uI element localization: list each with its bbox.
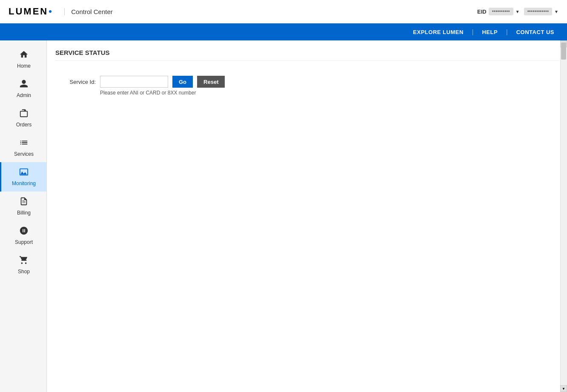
sidebar-item-monitoring[interactable]: Monitoring: [0, 162, 46, 192]
admin-icon: [19, 79, 29, 91]
user-dropdown-icon[interactable]: ▼: [554, 9, 558, 14]
home-icon: [19, 50, 29, 61]
sidebar-item-billing-label: Billing: [17, 210, 31, 216]
monitoring-icon: [19, 167, 29, 179]
scroll-down-arrow[interactable]: ▼: [560, 385, 567, 392]
nav-separator-2: |: [506, 29, 508, 35]
main-layout: Home Admin Orders Se: [0, 40, 567, 392]
reset-button[interactable]: Reset: [197, 76, 225, 88]
sidebar-item-orders-label: Orders: [16, 122, 32, 128]
form-row: Service Id: Go Reset: [64, 76, 550, 88]
app-title: Control Center: [64, 8, 113, 15]
go-button[interactable]: Go: [172, 76, 193, 88]
sidebar-item-billing[interactable]: Billing: [0, 192, 46, 221]
services-icon: [19, 138, 29, 149]
contact-us-link[interactable]: CONTACT US: [516, 29, 554, 35]
sidebar-item-shop[interactable]: Shop: [0, 250, 46, 280]
sidebar-item-services[interactable]: Services: [0, 133, 46, 162]
eid-value: ••••••••••: [489, 8, 513, 15]
sidebar-item-support[interactable]: Support: [0, 221, 46, 250]
explore-lumen-link[interactable]: EXPLORE LUMEN: [413, 29, 463, 35]
billing-icon: [19, 197, 29, 208]
sidebar-item-monitoring-label: Monitoring: [12, 180, 36, 186]
nav-separator-1: |: [472, 29, 474, 35]
sidebar-item-admin[interactable]: Admin: [0, 74, 46, 103]
content-area: SERVICE STATUS Service Id: Go Reset Plea…: [47, 40, 567, 392]
service-status-form: Service Id: Go Reset Please enter ANI or…: [55, 67, 558, 104]
top-header: LUMEN Control Center EID •••••••••• ▼ ••…: [0, 0, 567, 23]
content-inner: SERVICE STATUS Service Id: Go Reset Plea…: [47, 40, 567, 392]
shop-icon: [19, 255, 29, 267]
user-section: •••••••••••• ▼: [524, 8, 558, 15]
logo: LUMEN: [9, 6, 52, 17]
sidebar-item-home[interactable]: Home: [0, 45, 46, 74]
header-right: EID •••••••••• ▼ •••••••••••• ▼: [477, 8, 558, 15]
sidebar-item-services-label: Services: [14, 151, 34, 157]
eid-label: EID: [477, 9, 487, 15]
service-id-input[interactable]: [100, 76, 168, 88]
support-icon: [19, 226, 29, 237]
user-value: ••••••••••••: [524, 8, 552, 15]
eid-section: EID •••••••••• ▼: [477, 8, 520, 15]
scroll-thumb[interactable]: [561, 43, 566, 60]
form-hint: Please enter ANI or CARD or 8XX number: [100, 90, 550, 96]
sidebar: Home Admin Orders Se: [0, 40, 47, 392]
page-title: SERVICE STATUS: [55, 49, 558, 61]
sidebar-item-support-label: Support: [15, 239, 33, 245]
scrollbar[interactable]: ▲ ▼: [560, 40, 567, 392]
service-id-label: Service Id:: [64, 79, 96, 85]
nav-bar: EXPLORE LUMEN | HELP | CONTACT US: [0, 23, 567, 40]
sidebar-item-shop-label: Shop: [18, 269, 30, 275]
sidebar-item-orders[interactable]: Orders: [0, 103, 46, 133]
eid-dropdown-icon[interactable]: ▼: [515, 9, 520, 14]
logo-dot: [49, 10, 52, 13]
sidebar-item-admin-label: Admin: [17, 92, 31, 98]
logo-text: LUMEN: [9, 6, 48, 17]
sidebar-item-home-label: Home: [17, 63, 31, 69]
help-link[interactable]: HELP: [482, 29, 498, 35]
orders-icon: [19, 109, 29, 120]
